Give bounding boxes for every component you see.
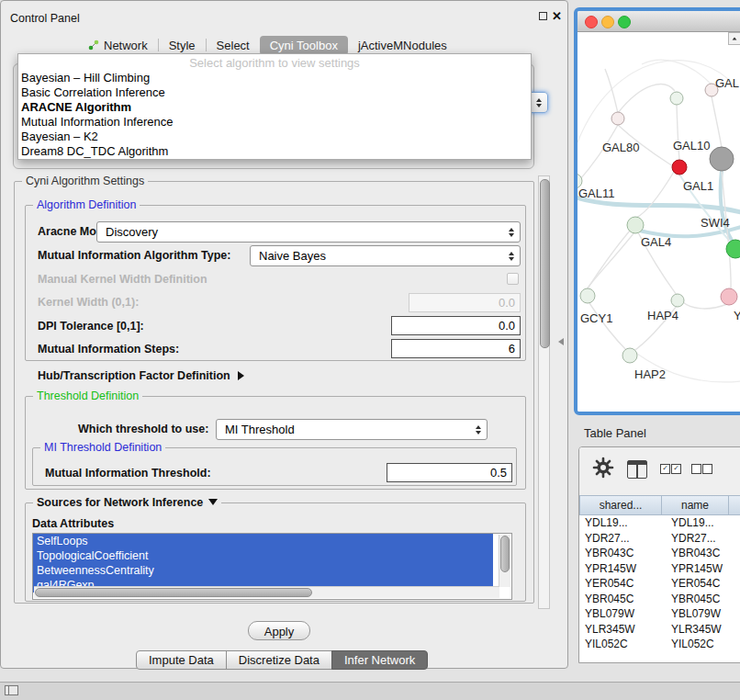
dpi-tolerance-label: DPI Tolerance [0,1]: [38, 320, 144, 333]
table-cell: YIL052C [579, 637, 666, 652]
group-title: MI Threshold Definition [40, 441, 165, 454]
table-row[interactable]: YDR27...YDR27...12 [579, 531, 740, 547]
attribute-list-item[interactable]: BetweennessCentrality [33, 563, 493, 578]
close-icon[interactable]: ✕ [552, 9, 562, 23]
list-vertical-scrollbar[interactable] [499, 535, 510, 587]
panel-splitter-arrow[interactable] [558, 338, 564, 345]
column-header-name[interactable]: name [662, 495, 729, 515]
tab-select[interactable]: Select [207, 36, 260, 55]
hub-definition-toggle[interactable]: Hub/Transcription Factor Definition [38, 369, 244, 382]
network-canvas[interactable]: GALGAL80GAL10GAL11GAL1SWI4GAL4GCY1HAP4HA… [577, 32, 740, 412]
graph-node-green-1[interactable] [726, 240, 740, 258]
network-window-titlebar[interactable] [577, 11, 740, 32]
select-all-check-icon[interactable]: ✓ [671, 464, 681, 474]
mi-steps-input[interactable] [391, 339, 521, 358]
column-header-shared-name[interactable]: shared... [579, 495, 662, 515]
graph-node-pale-5[interactable] [671, 294, 684, 307]
node-label: GAL11 [578, 186, 615, 200]
tab-label: Network [104, 39, 148, 52]
node-label: GAL80 [602, 141, 639, 154]
tab-infer-network[interactable]: Infer Network [331, 650, 428, 670]
hub-definition-label: Hub/Transcription Factor Definition [38, 369, 230, 382]
tab-jactivemnodules[interactable]: jActiveMNodules [348, 36, 457, 55]
network-graph: GALGAL80GAL10GAL11GAL1SWI4GAL4GCY1HAP4HA… [577, 32, 740, 412]
mi-threshold-input[interactable] [387, 463, 512, 482]
algorithm-option[interactable]: Mutual Information Inference [18, 115, 531, 130]
settings-scrollbar-thumb[interactable] [540, 179, 550, 348]
algorithm-option[interactable]: Bayesian – K2 [18, 130, 531, 144]
table-row[interactable]: YER054CYER054C8. [579, 576, 740, 592]
attribute-list-item[interactable]: TopologicalCoefficient [33, 548, 493, 563]
aracne-mode-select[interactable]: Discovery [96, 221, 521, 243]
sources-toggle[interactable]: Sources for Network Inference [33, 496, 221, 509]
data-attributes-listbox: SelfLoopsTopologicalCoefficientBetweenne… [32, 533, 512, 600]
tab-network[interactable]: Network [78, 36, 158, 55]
float-window-icon[interactable] [539, 12, 547, 20]
table-panel-title: Table Panel [584, 426, 646, 440]
minimize-traffic-light[interactable] [601, 16, 614, 28]
network-view-window: GALGAL80GAL10GAL11GAL1SWI4GAL4GCY1HAP4HA… [574, 7, 740, 415]
kernel-width-label: Kernel Width (0,1): [38, 296, 139, 309]
table-cell: YPR145W [579, 561, 666, 577]
algorithm-option[interactable]: ARACNE Algorithm [18, 100, 531, 115]
combo-arrows-icon [476, 425, 481, 435]
algorithm-option[interactable]: Bayesian – Hill Climbing [18, 71, 531, 85]
table-cell: YBL079W [666, 606, 737, 622]
table-row[interactable]: YIL052CYIL052C [579, 637, 740, 652]
tab-impute-data[interactable]: Impute Data [136, 650, 227, 670]
close-traffic-light[interactable] [585, 16, 598, 28]
tab-cyni-toolbox[interactable]: Cyni Toolbox [260, 36, 348, 55]
table-row[interactable]: YBR045CYBR045C9. [579, 592, 740, 607]
tab-label: jActiveMNodules [358, 39, 447, 52]
sources-title: Sources for Network Inference [37, 496, 203, 509]
apply-button[interactable]: Apply [248, 621, 310, 640]
zoom-traffic-light[interactable] [618, 16, 631, 28]
panel-dock-icon[interactable] [5, 685, 18, 695]
table-row[interactable]: YBL079WYBL079W [579, 606, 740, 622]
graph-node-hub[interactable] [710, 147, 734, 171]
mi-algorithm-type-select[interactable]: Naive Bayes [250, 245, 521, 266]
combo-arrows-icon [509, 252, 514, 261]
algorithm-option[interactable]: Basic Correlation Inference [18, 85, 531, 100]
which-threshold-select[interactable]: MI Threshold [216, 419, 488, 440]
attribute-list-item[interactable]: SelfLoops [33, 534, 493, 548]
table-cell: YBR045C [579, 592, 666, 607]
graph-node-pale-4[interactable] [580, 288, 595, 303]
canvas-scroll-arrow[interactable] [728, 32, 740, 45]
dpi-tolerance-input[interactable] [391, 316, 521, 335]
manual-kernel-checkbox[interactable] [507, 273, 519, 285]
graph-node-gal10[interactable] [672, 160, 687, 175]
node-label: GAL [715, 76, 739, 90]
tab-discretize-data[interactable]: Discretize Data [226, 650, 332, 670]
graph-node-pale-2[interactable] [670, 92, 683, 105]
column-selector-icon[interactable] [627, 460, 647, 479]
graph-node-gal4[interactable] [627, 217, 644, 233]
deselect-all-check-icon[interactable] [691, 464, 701, 474]
graph-node-pale-1[interactable] [611, 112, 624, 125]
group-title: Cyni Algorithm Settings [22, 175, 148, 187]
column-header-cut[interactable] [729, 495, 740, 515]
table-row[interactable]: YLR345WYLR345W9. [579, 622, 740, 638]
control-panel-window: Control Panel ✕ Network Style Select Cyn… [0, 0, 568, 669]
graph-node-pale-6[interactable] [622, 348, 637, 363]
collapse-down-icon [208, 499, 218, 505]
graph-node-pink-1[interactable] [721, 288, 737, 305]
tab-style[interactable]: Style [159, 36, 206, 55]
node-label: GAL4 [641, 235, 671, 249]
table-row[interactable]: YPR145WYPR145W9. [579, 561, 740, 577]
settings-scrollbar[interactable] [538, 175, 550, 609]
combo-value: Naive Bayes [259, 249, 326, 263]
deselect-all-check-icon[interactable] [702, 464, 712, 474]
combo-value: MI Threshold [225, 423, 295, 436]
table-header-row: shared... name [579, 495, 740, 515]
table-row[interactable]: YDL19...YDL19...13 [579, 515, 740, 531]
table-row[interactable]: YBR043CYBR043C [579, 546, 740, 561]
table-cell: YBL079W [579, 606, 666, 622]
algorithm-option[interactable]: Dream8 DC_TDC Algorithm [18, 144, 531, 159]
table-cell: YDR27... [579, 531, 666, 547]
list-horizontal-scrollbar[interactable] [34, 586, 499, 598]
group-title: Algorithm Definition [33, 198, 140, 211]
kernel-width-input[interactable] [409, 293, 521, 312]
settings-gear-icon[interactable] [592, 457, 614, 481]
select-all-check-icon[interactable]: ✓ [660, 464, 670, 474]
